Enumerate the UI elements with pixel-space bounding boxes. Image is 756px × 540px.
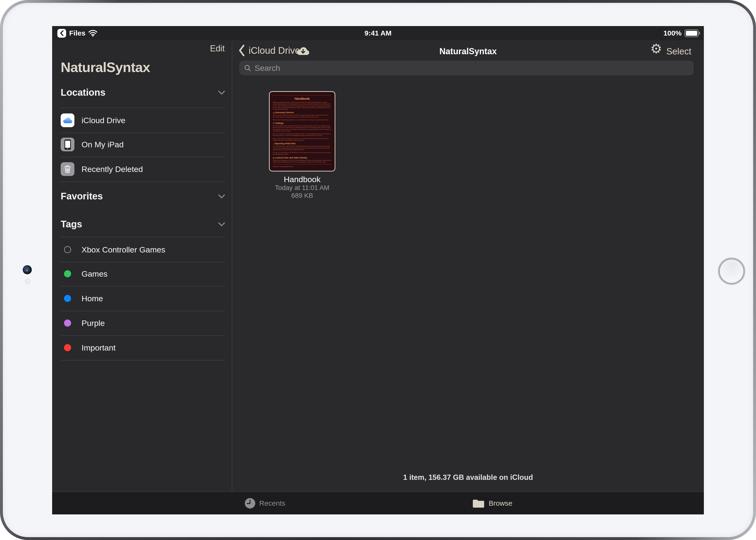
trash-icon	[61, 162, 75, 176]
screen: Files 9:41 AM 100% Edit NaturalSyntax	[52, 26, 704, 514]
sidebar-item-label: On My iPad	[82, 140, 124, 149]
tag-color-dot	[64, 320, 71, 327]
tab-label: Recents	[259, 499, 285, 507]
status-battery-group: 100%	[663, 26, 699, 40]
back-to-app-label[interactable]: Files	[69, 29, 85, 37]
file-size: 689 KB	[255, 192, 350, 200]
sidebar-item-on-my-ipad[interactable]: On My iPad	[61, 132, 225, 157]
thumbnail-p: Pro tip: If you only have your ePub file…	[273, 152, 331, 155]
thumbnail-title: Handbook	[273, 97, 331, 100]
home-button[interactable]	[718, 258, 745, 285]
tag-color-dot	[64, 270, 71, 277]
thumbnail-h2: ▤Lexical Color and Style Overlay	[273, 157, 331, 159]
thumbnail-p: You can import your own ePub files into …	[273, 145, 331, 151]
thumbnail-h2: ☁Discovery Service	[273, 111, 331, 114]
settings-button[interactable]: ⚙	[650, 42, 662, 56]
back-button-label: iCloud Drive	[249, 45, 300, 56]
tag-color-dot	[64, 344, 71, 351]
thumbnail-heading-icon: ▤	[273, 157, 275, 159]
tag-label: Purple	[82, 319, 105, 328]
ipad-icon	[61, 138, 75, 151]
status-bar: Files 9:41 AM 100%	[52, 26, 704, 40]
thumbnail-p: At the top right of both the file browse…	[273, 125, 331, 132]
back-to-app-badge[interactable]	[57, 29, 66, 38]
tab-label: Browse	[489, 499, 512, 507]
edit-button[interactable]: Edit	[210, 44, 225, 54]
thumbnail-heading-icon: ⚙	[273, 122, 275, 124]
favorites-section-header[interactable]: Favorites	[61, 191, 225, 202]
tab-recents[interactable]: Recents	[245, 492, 285, 514]
cloud-download-button[interactable]	[296, 46, 310, 57]
file-name: Handbook	[255, 175, 350, 184]
chevron-left-icon	[239, 45, 245, 57]
status-time: 9:41 AM	[364, 29, 392, 37]
sidebar: Edit NaturalSyntax Locations iCl	[52, 40, 232, 491]
sidebar-item-label: Recently Deleted	[82, 165, 143, 174]
thumbnail-h2: ↓Importing ePub Files	[273, 142, 331, 145]
clock-icon	[245, 498, 256, 509]
sidebar-tag-important[interactable]: Important	[61, 336, 225, 360]
tags-section-header[interactable]: Tags	[61, 219, 225, 229]
sidebar-tag-home[interactable]: Home	[61, 286, 225, 311]
content-header: iCloud Drive NaturalSyntax ⚙ Select	[232, 40, 704, 63]
sidebar-tag-games[interactable]: Games	[61, 261, 225, 287]
thumbnail-p: Welcome to Natural Syntax, within it you…	[273, 102, 331, 110]
back-to-files-breadcrumb[interactable]: Files	[57, 26, 97, 40]
locations-section-header[interactable]: Locations	[61, 87, 225, 98]
ipad-device: Files 9:41 AM 100% Edit NaturalSyntax	[0, 0, 756, 540]
thumbnail-footer: Thanks for using Natural Syntax!	[273, 166, 331, 167]
battery-percent: 100%	[663, 29, 681, 37]
sidebar-item-recently-deleted[interactable]: Recently Deleted	[61, 157, 225, 182]
back-button[interactable]: iCloud Drive	[239, 45, 300, 57]
content-pane: iCloud Drive NaturalSyntax ⚙ Select	[232, 40, 704, 491]
chevron-down-icon[interactable]	[218, 90, 225, 95]
sidebar-app-title: NaturalSyntax	[61, 59, 150, 75]
wifi-icon	[89, 30, 97, 37]
gear-icon: ⚙	[650, 41, 662, 56]
light-sensor	[25, 279, 31, 284]
tag-label: Home	[82, 294, 103, 303]
file-thumbnail-doc[interactable]: HandbookWelcome to Natural Syntax, withi…	[269, 91, 335, 172]
thumbnail-p: At the top left of the file browser, you…	[273, 114, 331, 118]
storage-status-text: 1 item, 156.37 GB available on iCloud	[232, 473, 704, 482]
thumbnail-heading-icon: ↓	[273, 143, 274, 145]
tag-color-dot	[64, 295, 71, 302]
tab-browse[interactable]: Browse	[472, 492, 512, 514]
thumbnail-p: Pro tip: a number of people like to setu…	[273, 133, 331, 137]
page-title: NaturalSyntax	[439, 47, 497, 57]
chevron-down-icon[interactable]	[218, 222, 225, 226]
cloud-download-icon	[296, 46, 310, 56]
thumbnail-rule	[273, 95, 331, 95]
tag-label: Games	[82, 269, 107, 279]
sidebar-tag-purple[interactable]: Purple	[61, 311, 225, 336]
sidebar-item-label: iCloud Drive	[82, 116, 125, 125]
icloud-drive-icon	[61, 113, 75, 127]
thumbnail-p: Please Note: The Discovery Service is on…	[273, 119, 331, 121]
thumbnail-heading-icon: ☁	[273, 111, 275, 114]
tag-label: Xbox Controller Games	[82, 245, 165, 254]
sidebar-item-icloud-drive[interactable]: iCloud Drive	[61, 107, 225, 133]
folder-icon	[472, 498, 485, 508]
front-camera	[23, 265, 32, 274]
battery-icon	[684, 29, 699, 37]
search-input[interactable]	[254, 63, 689, 73]
tag-color-dot	[64, 246, 71, 253]
thumbnail-h2: ⚙Settings	[273, 122, 331, 124]
thumbnail-p: While you're reading your book, you can …	[273, 160, 331, 163]
search-bar[interactable]	[239, 61, 694, 75]
tags-header-label: Tags	[61, 219, 82, 229]
sidebar-tag-xbox-controller-games[interactable]: Xbox Controller Games	[61, 237, 225, 262]
tag-label: Important	[82, 343, 116, 352]
search-icon	[244, 64, 251, 72]
favorites-header-label: Favorites	[61, 191, 103, 202]
locations-header-label: Locations	[61, 87, 105, 98]
thumbnail-p: Note: some of the customization options …	[273, 138, 331, 141]
chevron-down-icon[interactable]	[218, 194, 225, 199]
chevron-left-icon	[60, 30, 64, 36]
file-modified-date: Today at 11:01 AM	[255, 184, 350, 192]
tab-bar: Recents Browse	[52, 491, 704, 514]
select-button[interactable]: Select	[666, 47, 691, 57]
